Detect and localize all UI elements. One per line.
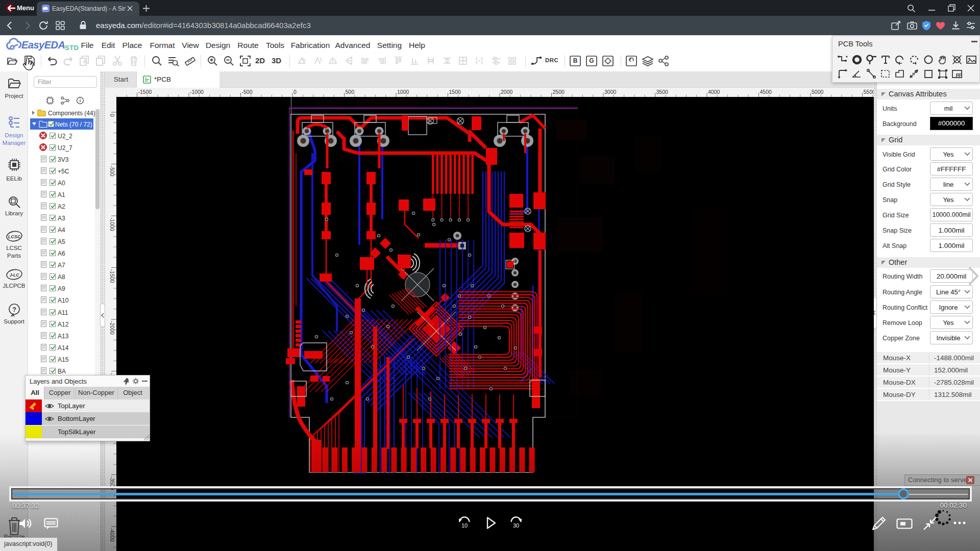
svg-text:0: 0 <box>293 89 297 95</box>
svg-text:LCSC: LCSC <box>8 234 21 239</box>
svg-text:4000: 4000 <box>708 89 720 95</box>
svg-text:-1000: -1000 <box>190 89 204 95</box>
svg-text:-500: -500 <box>242 89 253 95</box>
svg-text:-500: -500 <box>109 166 115 177</box>
svg-text:4500: 4500 <box>760 89 772 95</box>
svg-text:5500: 5500 <box>864 89 874 95</box>
svg-text:3000: 3000 <box>604 89 617 95</box>
svg-text:-1000: -1000 <box>109 217 115 231</box>
svg-text:-4000: -4000 <box>109 528 115 542</box>
svg-text:1000: 1000 <box>397 89 409 95</box>
svg-text:1500: 1500 <box>449 89 461 95</box>
svg-text:10: 10 <box>461 522 468 529</box>
svg-text:-1500: -1500 <box>138 89 152 95</box>
svg-text:2500: 2500 <box>553 89 565 95</box>
svg-text:0: 0 <box>109 114 115 117</box>
svg-text:2000: 2000 <box>501 89 513 95</box>
svg-text:3500: 3500 <box>656 89 669 95</box>
svg-text:-1500: -1500 <box>109 269 115 283</box>
svg-text:-2000: -2000 <box>109 321 115 335</box>
svg-text:30: 30 <box>513 522 519 529</box>
svg-text:?: ? <box>12 306 16 313</box>
svg-text:5000: 5000 <box>812 89 824 95</box>
svg-text:500: 500 <box>346 89 355 95</box>
svg-text:J-LC: J-LC <box>10 272 20 278</box>
